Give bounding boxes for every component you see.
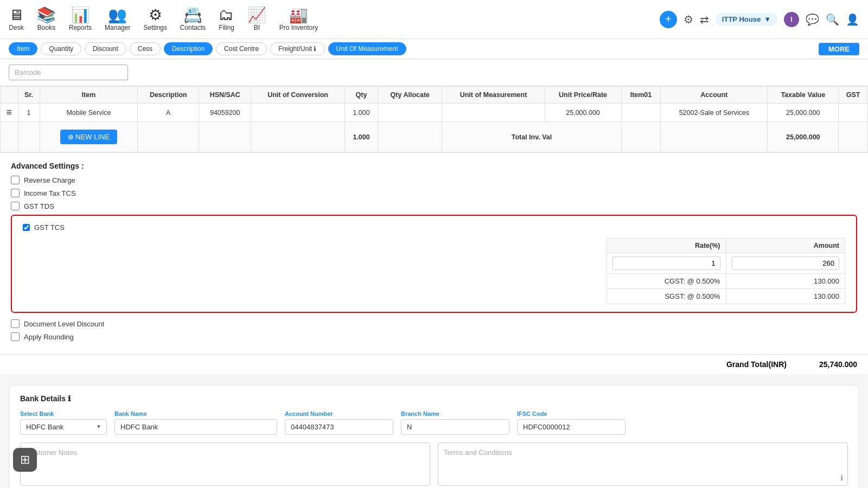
chevron-down-icon: ▼: [764, 15, 771, 23]
terms-placeholder: Terms and Conditions: [444, 448, 512, 457]
row-account[interactable]: 52002-Sale of Services: [661, 104, 768, 122]
col-menu: [1, 87, 18, 104]
row-taxable-value[interactable]: 25,000.000: [768, 104, 839, 122]
notification-icon[interactable]: 💬: [806, 13, 819, 26]
notes-row: Customer Notes Terms and Conditions ℹ: [20, 442, 848, 486]
nav-reports[interactable]: 📊 Reports: [69, 8, 92, 31]
nav-pro-inventory[interactable]: 🏭 Pro Inventory: [279, 8, 318, 31]
nav-filing[interactable]: 🗂 Filing: [219, 8, 234, 31]
filter-tabs-bar: Item Quantity Discount Cess Description …: [0, 39, 868, 59]
line-items-table-wrap: Sr. Item Description HSN/SAC Unit of Con…: [0, 86, 868, 152]
row-hsn[interactable]: 94059200: [199, 104, 251, 122]
select-bank-input[interactable]: HDFC Bank: [20, 419, 107, 435]
info-icon: ℹ: [840, 473, 843, 482]
advanced-settings-section: Advanced Settings : Reverse Charge Incom…: [0, 152, 868, 354]
apply-rounding-checkbox[interactable]: [11, 332, 20, 341]
ifsc-input[interactable]: [517, 419, 626, 435]
col-description: Description: [138, 87, 199, 104]
new-line-button[interactable]: ⊕ NEW LINE: [60, 130, 117, 144]
row-qty[interactable]: 1.000: [344, 104, 378, 122]
total-row: ⊕ NEW LINE 1.000 Total Inv. Val 25,000.0…: [1, 122, 868, 152]
nav-books-label: Books: [37, 24, 55, 31]
gst-tds-checkbox[interactable]: [11, 202, 20, 210]
gst-tcs-checkbox[interactable]: [23, 224, 30, 231]
doc-level-discount-checkbox[interactable]: [11, 319, 20, 328]
customer-notes-box[interactable]: Customer Notes: [20, 442, 430, 486]
settings-gear-icon[interactable]: ⚙: [684, 13, 693, 26]
row-gst[interactable]: [839, 104, 868, 122]
bank-name-field: Bank Name: [114, 410, 277, 435]
terms-conditions-box[interactable]: Terms and Conditions ℹ: [438, 442, 848, 486]
row-item[interactable]: Mobile Service: [40, 104, 138, 122]
branch-name-input[interactable]: [401, 419, 509, 435]
barcode-input[interactable]: [9, 65, 128, 80]
bank-details-title: Bank Details ℹ: [20, 394, 848, 403]
grand-total-value: 25,740.000: [819, 360, 857, 369]
switch-icon[interactable]: ⇄: [700, 13, 709, 26]
advanced-settings-title: Advanced Settings :: [11, 162, 857, 170]
tab-cost-centre[interactable]: Cost Centre: [216, 42, 267, 55]
company-name: ITTP House: [722, 15, 761, 23]
row-qty-allocate[interactable]: [378, 104, 442, 122]
branch-name-label: Branch Name: [401, 410, 509, 417]
more-button[interactable]: MORE: [819, 43, 859, 55]
nav-books[interactable]: 📚 Books: [37, 8, 56, 31]
rate-input[interactable]: [612, 256, 720, 270]
row-unit-price[interactable]: 25,000.000: [545, 104, 621, 122]
income-tax-tcs-checkbox[interactable]: [11, 189, 20, 197]
col-sr: Sr.: [18, 87, 40, 104]
nav-bi-label: BI: [254, 24, 260, 31]
row-menu[interactable]: ≡: [1, 104, 18, 122]
bank-name-input[interactable]: [114, 419, 277, 435]
ifsc-field: IFSC Code: [517, 410, 626, 435]
col-account: Account: [661, 87, 768, 104]
search-icon[interactable]: 🔍: [826, 13, 839, 26]
tab-discount[interactable]: Discount: [85, 42, 126, 55]
reverse-charge-checkbox[interactable]: [11, 176, 20, 184]
nav-bi[interactable]: 📈 BI: [247, 8, 266, 31]
nav-contacts[interactable]: 📇 Contacts: [180, 8, 206, 31]
cgst-row: CGST: @ 0.500% 130.000: [607, 274, 845, 289]
tab-unit-of-measurement[interactable]: Unit Of Measurement: [328, 42, 406, 55]
tab-item[interactable]: Item: [9, 42, 37, 55]
tab-freight-unit[interactable]: Freight/Unit ℹ: [270, 42, 324, 55]
total-empty-10: [839, 122, 868, 152]
nav-right-controls: + ⚙ ⇄ ITTP House ▼ I 💬 🔍 👤: [660, 11, 859, 28]
company-selector[interactable]: ITTP House ▼: [716, 13, 777, 25]
row-uom[interactable]: [442, 104, 545, 122]
tab-description[interactable]: Description: [164, 42, 213, 55]
tab-cess[interactable]: Cess: [130, 42, 161, 55]
row-sr: 1: [18, 104, 40, 122]
account-number-input[interactable]: [285, 419, 393, 435]
avatar[interactable]: I: [784, 12, 799, 27]
gst-tds-row: GST TDS: [11, 202, 857, 210]
branch-name-field: Branch Name: [401, 410, 509, 435]
total-value: 25,000.000: [768, 122, 839, 152]
reverse-charge-row: Reverse Charge: [11, 176, 857, 184]
total-empty-1: [1, 122, 18, 152]
nav-settings[interactable]: ⚙ Settings: [143, 8, 167, 31]
add-button[interactable]: +: [660, 11, 677, 28]
pro-inventory-icon: 🏭: [289, 8, 308, 23]
nav-pro-inventory-label: Pro Inventory: [279, 24, 318, 31]
tab-quantity[interactable]: Quantity: [41, 42, 81, 55]
nav-manager[interactable]: 👥 Manager: [105, 8, 130, 31]
row-item01[interactable]: [621, 104, 661, 122]
ifsc-label: IFSC Code: [517, 410, 626, 417]
apply-rounding-label: Apply Rounding: [24, 333, 74, 341]
grand-total-row: Grand Total(INR) 25,740.000: [0, 354, 868, 374]
settings-icon: ⚙: [149, 8, 162, 23]
income-tax-tcs-label: Income Tax TCS: [24, 189, 76, 197]
nav-desk[interactable]: 🖥 Desk: [9, 8, 24, 31]
top-navigation: 🖥 Desk 📚 Books 📊 Reports 👥 Manager ⚙ Set…: [0, 0, 868, 39]
floating-grid-button[interactable]: ⊞: [13, 448, 37, 472]
amount-input[interactable]: [732, 256, 840, 270]
amount-header: Amount: [726, 239, 845, 253]
sgst-row: SGST: @ 0.500% 130.000: [607, 289, 845, 304]
sgst-value: 130.000: [726, 289, 845, 304]
nav-contacts-label: Contacts: [180, 24, 206, 31]
row-description[interactable]: A: [138, 104, 199, 122]
account-number-field: Account Number: [285, 410, 393, 435]
user-icon[interactable]: 👤: [846, 13, 859, 26]
row-uoc[interactable]: [251, 104, 345, 122]
